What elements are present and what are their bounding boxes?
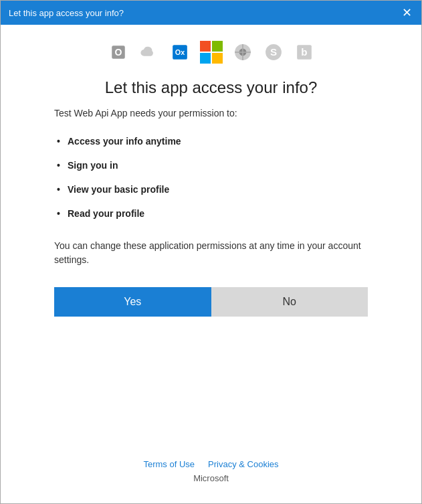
change-note: You can change these application permiss… [54,239,368,267]
microsoft-logo-icon [200,41,223,64]
office-icon: O [108,41,129,63]
svg-text:b: b [301,46,307,58]
main-title: Let this app access your info? [105,78,318,97]
outlook-icon: Ox [169,41,191,63]
ms-square-blue [200,53,211,64]
list-item: View your basic profile [54,177,368,201]
title-bar-text: Let this app access your info? [9,8,124,18]
permission-intro: Test Web Api App needs your permission t… [54,108,368,118]
ms-square-red [200,41,211,52]
footer-links: Terms of Use Privacy & Cookies [54,459,368,469]
yes-button[interactable]: Yes [54,287,211,317]
list-item: Sign you in [54,153,368,177]
terms-of-use-link[interactable]: Terms of Use [143,459,195,469]
svg-text:S: S [270,46,276,58]
xbox-icon [232,41,253,63]
close-button[interactable]: ✕ [401,7,413,19]
ms-square-yellow [212,53,223,64]
svg-text:O: O [114,47,122,58]
privacy-cookies-link[interactable]: Privacy & Cookies [208,459,278,469]
footer-brand: Microsoft [54,473,368,483]
title-bar: Let this app access your info? ✕ [1,1,421,25]
list-item: Read your profile [54,201,368,226]
footer: Terms of Use Privacy & Cookies Microsoft [54,459,368,490]
action-buttons: Yes No [54,287,368,317]
no-button[interactable]: No [211,287,368,317]
svg-text:Ox: Ox [175,48,184,56]
service-icons-row: O Ox [108,41,315,64]
bing-icon: b [294,41,315,63]
skype-icon: S [263,41,284,63]
dialog-window: Let this app access your info? ✕ O Ox [0,0,422,504]
ms-square-green [212,41,223,52]
permissions-list: Access your info anytime Sign you in Vie… [54,129,368,226]
onedrive-icon [138,41,160,63]
list-item: Access your info anytime [54,129,368,153]
main-content: O Ox [1,25,421,503]
